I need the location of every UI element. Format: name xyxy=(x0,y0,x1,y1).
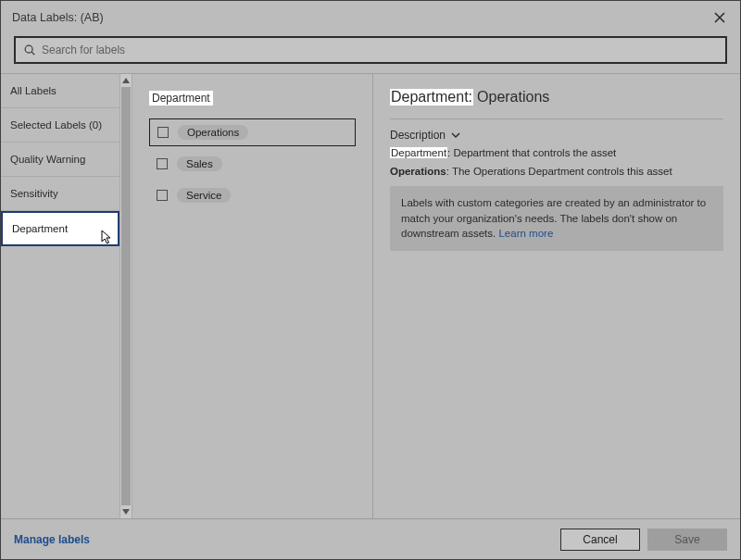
description-line-2: Operations: The Operations Department co… xyxy=(390,166,723,177)
cursor-icon xyxy=(101,230,114,248)
description-line-1: Department: Department that controls the… xyxy=(390,147,723,158)
search-input[interactable] xyxy=(42,44,718,56)
label-pill: Operations xyxy=(178,125,248,140)
sidebar-scrollbar[interactable] xyxy=(119,74,132,518)
sidebar-item-department[interactable]: Department xyxy=(1,211,119,246)
svg-line-1 xyxy=(31,52,34,55)
sidebar-item-label: Quality Warning xyxy=(10,154,85,165)
desc-line1-prefix: Department xyxy=(390,147,447,158)
label-row-service[interactable]: Service xyxy=(149,181,356,209)
learn-more-link[interactable]: Learn more xyxy=(498,228,553,239)
sidebar: All Labels Selected Labels (0) Quality W… xyxy=(1,74,119,518)
cancel-button[interactable]: Cancel xyxy=(560,529,640,551)
scroll-up-icon[interactable] xyxy=(120,74,132,87)
sidebar-item-sensitivity[interactable]: Sensitivity xyxy=(1,177,119,211)
sidebar-item-quality-warning[interactable]: Quality Warning xyxy=(1,143,119,177)
desc-line2-prefix: Operations xyxy=(390,166,446,177)
sidebar-item-label: Sensitivity xyxy=(10,188,58,199)
manage-labels-link[interactable]: Manage labels xyxy=(14,533,90,546)
divider xyxy=(390,118,723,119)
sidebar-item-label: Selected Labels (0) xyxy=(10,119,102,131)
scrollbar-thumb[interactable] xyxy=(121,87,131,505)
search-row xyxy=(1,34,740,73)
sidebar-item-label: Department xyxy=(12,223,68,234)
sidebar-item-selected-labels[interactable]: Selected Labels (0) xyxy=(1,108,119,143)
sidebar-item-label: All Labels xyxy=(10,85,57,96)
info-box: Labels with custom categories are create… xyxy=(390,186,723,251)
description-toggle[interactable]: Description xyxy=(390,129,723,142)
dialog-title: Data Labels: (AB) xyxy=(12,11,104,24)
chevron-down-icon xyxy=(451,132,460,139)
save-button[interactable]: Save xyxy=(647,529,727,551)
detail-category: Department: xyxy=(390,89,473,106)
desc-line2-rest: : The Operations Department controls thi… xyxy=(446,166,672,177)
labels-category-title: Department xyxy=(149,91,213,106)
label-pill: Sales xyxy=(177,156,222,171)
checkbox[interactable] xyxy=(157,158,168,169)
footer: Manage labels Cancel Save xyxy=(1,518,740,559)
label-pill: Service xyxy=(177,188,231,203)
labels-list: Department Operations Sales Service xyxy=(132,74,373,518)
checkbox[interactable] xyxy=(157,190,168,201)
search-icon xyxy=(23,44,36,56)
search-box[interactable] xyxy=(14,36,727,64)
label-row-operations[interactable]: Operations xyxy=(149,118,356,146)
scroll-down-icon[interactable] xyxy=(120,505,132,518)
description-label: Description xyxy=(390,129,446,142)
detail-panel: Department: Operations Description Depar… xyxy=(373,74,740,518)
label-row-sales[interactable]: Sales xyxy=(149,150,356,178)
close-icon xyxy=(713,11,726,24)
checkbox[interactable] xyxy=(157,127,169,138)
info-text: Labels with custom categories are create… xyxy=(401,197,706,239)
svg-point-0 xyxy=(25,45,32,53)
sidebar-item-all-labels[interactable]: All Labels xyxy=(1,74,119,108)
detail-title: Department: Operations xyxy=(390,89,723,106)
desc-line1-rest: : Department that controls the asset xyxy=(447,147,616,158)
close-button[interactable] xyxy=(710,8,729,27)
titlebar: Data Labels: (AB) xyxy=(1,1,740,34)
detail-value: Operations xyxy=(477,89,549,106)
